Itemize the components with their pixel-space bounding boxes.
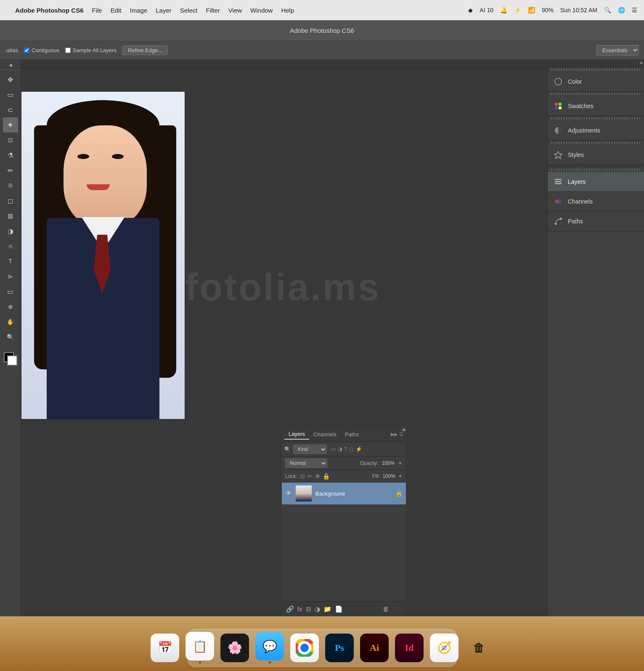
menu-edit[interactable]: Edit [111,7,122,14]
tab-channels[interactable]: Channels [309,430,341,439]
crop-tool[interactable]: ⊡ [3,133,18,148]
dock-safari[interactable]: 🧭 [429,632,460,663]
new-group-icon[interactable]: 📁 [323,605,331,613]
dock-trash[interactable]: 🗑 [464,632,495,663]
layers-tabs: ◀ Layers Channels Paths ▶▶ ☰ [282,427,406,442]
filter-adjust-icon[interactable]: ◑ [338,446,342,452]
dock-photoshop[interactable]: Ps [324,632,355,663]
menu-select[interactable]: Select [180,7,198,14]
app-menu-name[interactable]: Adobe Photoshop CS6 [15,7,84,14]
contiguous-checkbox[interactable] [24,48,29,53]
styles-label: Styles [568,151,584,158]
clone-tool[interactable]: ⎘ [3,178,18,193]
path-select-tool[interactable]: ⊳ [3,269,18,284]
dock-reminders[interactable]: 📋 [184,632,216,663]
search-icon[interactable]: 🔍 [604,7,611,13]
hand-tool[interactable]: ✋ [3,314,18,329]
gradient-tool[interactable]: ▨ [3,208,18,223]
lock-transparent-icon[interactable]: ⊟ [300,473,305,480]
paths-right-header[interactable]: Paths [548,212,644,231]
move-tool[interactable]: ✥ [3,72,18,87]
list-icon[interactable]: ☰ [632,7,637,13]
dock-chrome[interactable] [289,632,321,663]
lock-label: Lock: [285,473,297,479]
layers-right-label: Layers [568,178,586,185]
layers-right-panel: Layers [548,169,644,192]
menu-layer[interactable]: Layer [156,7,172,14]
channels-right-panel: Channels [548,192,644,212]
dock-indesign[interactable]: Id [394,632,425,663]
sample-all-option[interactable]: Sample All Layers [65,47,117,53]
right-col-collapse[interactable]: ◀ [639,61,642,66]
menu-image[interactable]: Image [130,7,148,14]
menu-window[interactable]: Window [250,7,273,14]
delete-layer-icon[interactable]: 🗑 [383,605,389,613]
link-layers-icon[interactable]: 🔗 [286,605,294,613]
menu-filter[interactable]: Filter [206,7,220,14]
tab-expand-icon[interactable]: ▶▶ [391,432,398,437]
filter-type-icon[interactable]: T [344,446,347,452]
tab-paths[interactable]: Paths [341,430,363,439]
brush-tool[interactable]: ✏ [3,163,18,178]
menu-view[interactable]: View [228,7,242,14]
magic-wand-tool[interactable]: ✦ [3,117,18,133]
channels-right-header[interactable]: Channels [548,192,644,211]
search-icon-layers[interactable]: 🔍 [284,446,291,452]
layers-right-header[interactable]: Layers [548,172,644,191]
dock-photos[interactable]: 🌸 [219,632,251,663]
eyedropper-tool[interactable]: ⚗ [3,148,18,163]
dock-calendar[interactable]: 📅 [149,632,181,663]
add-mask-icon[interactable]: ⊟ [306,605,311,613]
tab-menu-icon[interactable]: ☰ [399,432,403,437]
tab-layers[interactable]: Layers [284,429,309,440]
color-panel-header[interactable]: Color [548,72,644,91]
shape-tool[interactable]: ▭ [3,284,18,299]
globe-icon[interactable]: 🌐 [618,7,625,13]
layer-row-background[interactable]: 👁 Background 🔒 [282,483,406,504]
main-area: ◀ ✥ ▭ ⊂ ✦ ⊡ ⚗ ✏ ⎘ ◻ ▨ ◑ ⎋ T ⊳ ▭ ⊕ ✋ 🔍 [0,60,644,671]
filter-pixel-icon[interactable]: ▭ [331,446,336,452]
panel-collapse-btn[interactable]: ◀ [401,427,406,432]
new-layer-icon[interactable]: 📄 [335,605,343,613]
lock-all-icon[interactable]: 🔒 [323,473,330,480]
zoom-tool[interactable]: 🔍 [3,329,18,345]
dodge-tool[interactable]: ◑ [3,223,18,239]
background-color[interactable] [7,355,17,366]
styles-panel-header[interactable]: Styles [548,145,644,164]
battery-status: 90% [542,7,554,13]
pen-tool[interactable]: ⎋ [3,239,18,254]
lock-position-icon[interactable]: ✥ [315,473,320,480]
workspace-select[interactable]: Essentials [596,45,639,56]
opacity-dropdown-icon[interactable]: ▼ [398,461,403,466]
select-tool[interactable]: ▭ [3,87,18,102]
swatches-gripper [551,93,641,95]
adjustments-panel-header[interactable]: Adjustments [548,121,644,140]
filter-shape-icon[interactable]: ◻ [349,446,354,452]
right-col-header: ◀ [548,60,644,67]
dock-messages[interactable]: 💬 [254,632,286,663]
3d-tool[interactable]: ⊕ [3,299,18,314]
swatches-panel-header[interactable]: Swatches [548,96,644,116]
dock-illustrator[interactable]: Ai [359,632,390,663]
lock-image-icon[interactable]: ✏ [307,473,313,480]
kind-dropdown[interactable]: Kind [293,445,327,454]
toolbox-collapse[interactable]: ◀ [9,63,12,67]
text-tool[interactable]: T [3,254,18,269]
sample-all-checkbox[interactable] [65,48,71,53]
lock-bar: Lock: ⊟ ✏ ✥ 🔒 Fill: 100% ▼ [282,470,406,483]
layer-visibility-icon[interactable]: 👁 [285,490,292,497]
refine-edge-button[interactable]: Refine Edge... [122,45,168,55]
fill-dropdown-icon[interactable]: ▼ [398,474,403,479]
lasso-tool[interactable]: ⊂ [3,102,18,117]
layer-thumbnail [295,485,312,502]
filter-smart-icon[interactable]: ⚡ [355,446,362,452]
svg-rect-9 [555,179,562,180]
adjustment-icon[interactable]: ◑ [315,605,320,613]
reminders-icon: 📋 [186,632,214,660]
blend-mode-dropdown[interactable]: Normal [285,459,327,468]
menu-help[interactable]: Help [281,7,294,14]
contiguous-option[interactable]: Contiguous [24,47,59,53]
menu-file[interactable]: File [92,7,102,14]
fx-icon[interactable]: fx [297,605,302,613]
eraser-tool[interactable]: ◻ [3,193,18,208]
